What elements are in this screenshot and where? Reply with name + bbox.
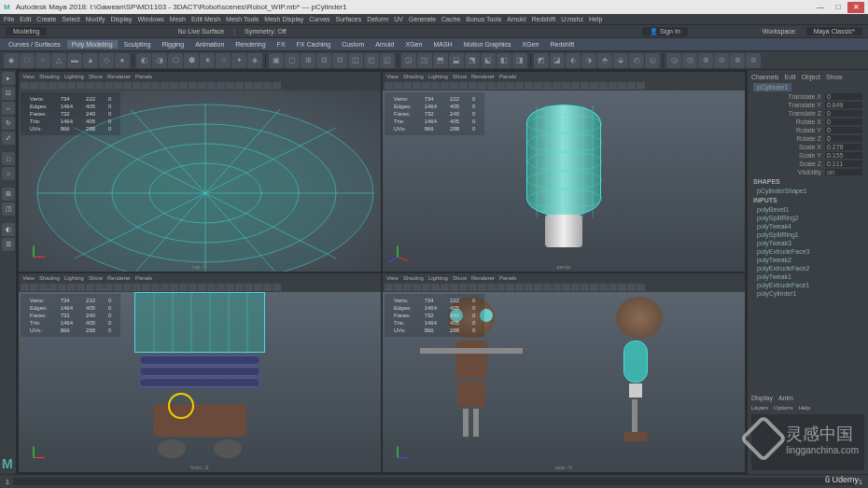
vp-menu-panels[interactable]: Panels	[499, 275, 516, 281]
shelf-icon[interactable]: ☆	[216, 53, 231, 68]
shelf-icon[interactable]: ⊟	[316, 53, 331, 68]
vp-tool-icon[interactable]	[413, 284, 421, 291]
shelf-icon[interactable]: ◷	[682, 53, 697, 68]
vp-tool-icon[interactable]	[497, 284, 505, 291]
vp-tool-icon[interactable]	[534, 284, 542, 291]
vp-tool-icon[interactable]	[77, 82, 85, 90]
vp-tool-icon[interactable]	[413, 82, 421, 90]
vp-tool-icon[interactable]	[114, 284, 122, 291]
shelf-icon[interactable]: ⊖	[714, 53, 729, 68]
vp-tool-icon[interactable]	[637, 82, 645, 90]
shelf-tab-fx[interactable]: FX	[273, 40, 290, 49]
vp-menu-view[interactable]: View	[22, 275, 35, 281]
attr-value[interactable]: 0	[825, 127, 862, 133]
tool-button[interactable]: ⊡	[2, 87, 15, 100]
vp-tool-icon[interactable]	[385, 82, 393, 90]
channel-tab-edit[interactable]: Edit	[785, 74, 796, 80]
vp-tool-icon[interactable]	[627, 82, 636, 90]
vp-tool-icon[interactable]	[105, 82, 113, 90]
shelf-icon[interactable]: ⬕	[481, 53, 496, 68]
input-node[interactable]: polyTweak2	[749, 256, 866, 264]
shelf-icon[interactable]: ⊡	[332, 53, 347, 68]
menu-cache[interactable]: Cache	[441, 16, 460, 22]
shelf-tab-redshift[interactable]: Redshift	[546, 40, 580, 49]
vp-tool-icon[interactable]	[58, 82, 66, 90]
vp-tool-icon[interactable]	[422, 284, 430, 291]
shelf-icon[interactable]: ◳	[417, 53, 432, 68]
vp-tool-icon[interactable]	[273, 82, 281, 90]
shelf-icon[interactable]: ⊘	[746, 53, 761, 68]
layer-tab-anim[interactable]: Anim	[778, 395, 793, 401]
vp-tool-icon[interactable]	[179, 82, 188, 90]
selected-object[interactable]: pCylinder1	[753, 83, 791, 91]
shelf-icon[interactable]: ▣	[269, 53, 284, 68]
input-node[interactable]: polyTweak4	[749, 222, 866, 230]
channel-tab-show[interactable]: Show	[826, 74, 843, 80]
vp-tool-icon[interactable]	[161, 284, 169, 291]
shelf-tab-xgen[interactable]: XGen	[518, 40, 544, 49]
shelf-tab-rendering[interactable]: Rendering	[231, 40, 270, 49]
vp-tool-icon[interactable]	[217, 284, 225, 291]
vp-tool-icon[interactable]	[422, 82, 430, 90]
vp-tool-icon[interactable]	[142, 284, 150, 291]
menu-mesh-tools[interactable]: Mesh Tools	[226, 16, 259, 22]
vp-tool-icon[interactable]	[49, 82, 57, 90]
maximize-button[interactable]: □	[830, 2, 847, 13]
input-node[interactable]: polyExtrudeFace3	[749, 247, 866, 256]
shelf-icon[interactable]: ◩	[534, 53, 549, 68]
vp-tool-icon[interactable]	[450, 82, 458, 90]
vp-menu-shading[interactable]: Shading	[403, 74, 424, 79]
vp-tool-icon[interactable]	[506, 284, 514, 291]
vp-tool-icon[interactable]	[487, 284, 496, 291]
shelf-tab-curves-surfaces[interactable]: Curves / Surfaces	[4, 40, 65, 49]
vp-tool-icon[interactable]	[534, 82, 542, 90]
vp-menu-shading[interactable]: Shading	[39, 74, 60, 79]
vp-menu-lighting[interactable]: Lighting	[64, 74, 84, 79]
attr-value[interactable]: 0.849	[825, 102, 862, 108]
layer-tab-display[interactable]: Display	[751, 395, 773, 401]
vp-tool-icon[interactable]	[105, 284, 113, 291]
viewport-front[interactable]: ViewShadingLightingShowRendererPanels Ve…	[19, 273, 381, 473]
shelf-icon[interactable]: ▢	[285, 53, 300, 68]
vp-tool-icon[interactable]	[609, 82, 617, 90]
layer-menu-options[interactable]: Options	[774, 405, 793, 411]
vp-tool-icon[interactable]	[114, 82, 122, 90]
vp-tool-icon[interactable]	[133, 82, 141, 90]
tool-button[interactable]: □	[2, 152, 15, 165]
vp-tool-icon[interactable]	[403, 82, 412, 90]
input-node[interactable]: polyExtrudeFace1	[749, 281, 866, 289]
shelf-icon[interactable]: ○	[35, 53, 50, 68]
vp-menu-show[interactable]: Show	[453, 275, 467, 281]
vp-tool-icon[interactable]	[441, 284, 449, 291]
shelf-icon[interactable]: △	[51, 53, 66, 68]
vp-tool-icon[interactable]	[618, 82, 626, 90]
close-button[interactable]: ✕	[847, 2, 864, 13]
vp-tool-icon[interactable]	[263, 82, 272, 90]
shelf-tab-fx-caching[interactable]: FX Caching	[292, 40, 336, 49]
shelf-tab-sculpting[interactable]: Sculpting	[119, 40, 156, 49]
viewport-top[interactable]: ViewShadingLightingShowRendererPanels	[19, 72, 381, 272]
vp-tool-icon[interactable]	[553, 82, 561, 90]
shelf-icon[interactable]: ⊗	[730, 53, 745, 68]
vp-tool-icon[interactable]	[123, 82, 132, 90]
vp-tool-icon[interactable]	[254, 284, 262, 291]
tool-button[interactable]: ◐	[2, 223, 15, 236]
vp-tool-icon[interactable]	[161, 82, 169, 90]
vp-tool-icon[interactable]	[487, 82, 496, 90]
shelf-icon[interactable]: ▬	[67, 53, 82, 68]
vp-tool-icon[interactable]	[58, 284, 66, 291]
vp-menu-renderer[interactable]: Renderer	[107, 74, 131, 79]
shelf-icon[interactable]: ●	[115, 53, 130, 68]
vp-tool-icon[interactable]	[394, 82, 402, 90]
menu-mesh-display[interactable]: Mesh Display	[264, 16, 303, 22]
shelf-icon[interactable]: ◧	[497, 53, 511, 68]
shelf-icon[interactable]: ⬢	[184, 53, 199, 68]
workspace-select[interactable]: Maya Classic*	[806, 27, 862, 35]
vp-tool-icon[interactable]	[151, 82, 160, 90]
layer-menu-layers[interactable]: Layers	[751, 405, 768, 411]
vp-tool-icon[interactable]	[49, 284, 57, 291]
vp-menu-shading[interactable]: Shading	[39, 275, 60, 281]
vp-tool-icon[interactable]	[21, 284, 29, 291]
attr-value[interactable]: 0	[825, 110, 862, 117]
vp-tool-icon[interactable]	[581, 284, 589, 291]
